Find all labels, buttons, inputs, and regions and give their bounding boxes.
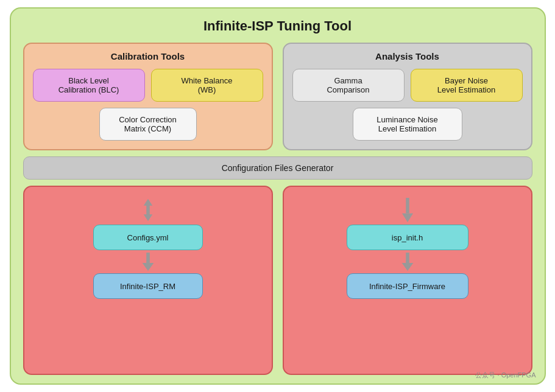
ccm-label: Color Correction Matrix (CCM) xyxy=(119,115,177,133)
bottom-section: Configs.yml Infinite-ISP_RM xyxy=(23,186,532,375)
svg-marker-1 xyxy=(143,214,152,221)
svg-rect-2 xyxy=(146,205,149,215)
rm-box: Infinite-ISP_RM xyxy=(93,273,203,299)
configs-box: Configs.yml xyxy=(93,225,203,250)
svg-rect-5 xyxy=(406,198,409,213)
analysis-top-row: Gamma Comparison Bayer Noise Level Estim… xyxy=(292,69,523,102)
luminance-label: Luminance Noise Level Estimation xyxy=(376,115,437,133)
bidirectional-arrow xyxy=(140,198,157,222)
ccm-box: Color Correction Matrix (CCM) xyxy=(99,108,197,141)
wb-box: White Balance (WB) xyxy=(151,69,263,102)
watermark: 公众号 · OpenFPGA xyxy=(475,371,536,380)
svg-marker-0 xyxy=(143,199,152,206)
analysis-inner: Gamma Comparison Bayer Noise Level Estim… xyxy=(292,69,523,141)
calibration-box: Calibration Tools Black Level Calibratio… xyxy=(23,43,273,150)
main-title: Infinite-ISP Tuning Tool xyxy=(23,18,532,34)
gamma-label: Gamma Comparison xyxy=(327,76,369,94)
configs-label: Configs.yml xyxy=(127,233,169,242)
wb-label: White Balance (WB) xyxy=(182,76,233,94)
isp-init-box: isp_init.h xyxy=(347,225,468,250)
down-arrow-right-top xyxy=(399,198,416,222)
isp-init-label: isp_init.h xyxy=(392,233,423,242)
svg-marker-6 xyxy=(401,213,412,222)
blc-label: Black Level Calibration (BLC) xyxy=(58,76,119,94)
bayer-box: Bayer Noise Level Estimation xyxy=(411,69,523,102)
bottom-left-box: Configs.yml Infinite-ISP_RM xyxy=(23,186,273,375)
calibration-top-row: Black Level Calibration (BLC) White Bala… xyxy=(33,69,263,102)
svg-marker-8 xyxy=(401,263,413,271)
rm-label: Infinite-ISP_RM xyxy=(120,282,175,291)
firmware-label: Infinite-ISP_Firmware xyxy=(369,282,445,291)
analysis-title: Analysis Tools xyxy=(375,51,439,61)
tools-row: Calibration Tools Black Level Calibratio… xyxy=(23,43,532,150)
calibration-title: Calibration Tools xyxy=(111,51,185,61)
analysis-box: Analysis Tools Gamma Comparison Bayer No… xyxy=(283,43,532,150)
bottom-right-box: isp_init.h Infinite-ISP_Firmware xyxy=(283,186,532,375)
svg-rect-7 xyxy=(406,253,409,264)
main-container: Infinite-ISP Tuning Tool Calibration Too… xyxy=(10,7,546,385)
blc-box: Black Level Calibration (BLC) xyxy=(33,69,145,102)
firmware-box: Infinite-ISP_Firmware xyxy=(347,273,468,299)
ccm-row: Color Correction Matrix (CCM) xyxy=(33,108,263,141)
down-arrow-right-mid xyxy=(400,253,415,271)
svg-marker-4 xyxy=(142,263,154,271)
down-arrow-left xyxy=(141,253,155,271)
luminance-box: Luminance Noise Level Estimation xyxy=(353,108,462,141)
svg-rect-3 xyxy=(146,253,150,264)
gamma-box: Gamma Comparison xyxy=(292,69,405,102)
bayer-label: Bayer Noise Level Estimation xyxy=(437,76,495,94)
lnle-row: Luminance Noise Level Estimation xyxy=(292,108,523,141)
config-bar: Configuration Files Generator xyxy=(23,156,532,180)
